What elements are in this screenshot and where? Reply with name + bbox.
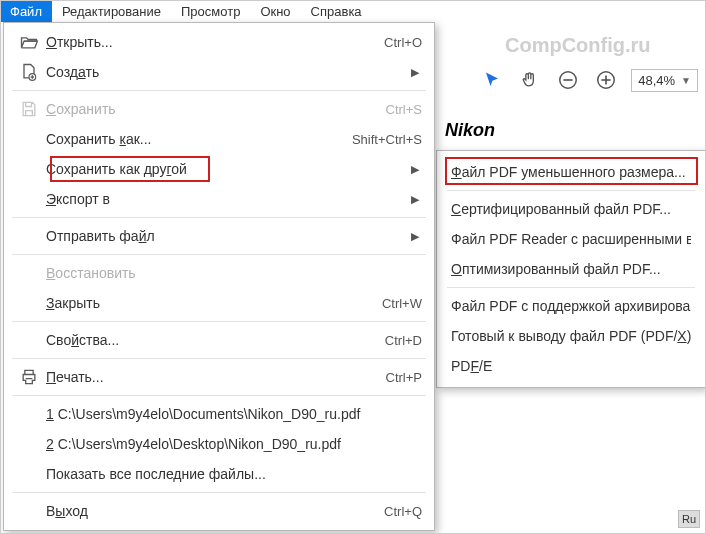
submenu-arrow-icon: ▶ bbox=[408, 230, 422, 243]
shortcut: Ctrl+W bbox=[382, 296, 422, 311]
menubar: Файл Редактирование Просмотр Окно Справк… bbox=[0, 0, 706, 22]
menu-item-label: PDF/E bbox=[451, 358, 691, 374]
blank-icon bbox=[12, 496, 46, 526]
submenu-pdfe[interactable]: PDF/E bbox=[437, 351, 705, 381]
menu-separator bbox=[12, 395, 426, 396]
submenu-archive-pdf[interactable]: Файл PDF с поддержкой архивирования bbox=[437, 291, 705, 321]
file-properties[interactable]: Свойства... Ctrl+D bbox=[4, 325, 434, 355]
blank-icon bbox=[12, 288, 46, 318]
menu-item-label: Восстановить bbox=[46, 265, 422, 281]
file-save-as-other[interactable]: Сохранить как другой ▶ bbox=[4, 154, 434, 184]
submenu-arrow-icon: ▶ bbox=[408, 193, 422, 206]
shortcut: Shift+Ctrl+S bbox=[352, 132, 422, 147]
file-exit[interactable]: Выход Ctrl+Q bbox=[4, 496, 434, 526]
submenu-print-ready-pdf[interactable]: Готовый к выводу файл PDF (PDF/X) bbox=[437, 321, 705, 351]
menu-item-label: Сертифицированный файл PDF... bbox=[451, 201, 691, 217]
folder-open-icon bbox=[12, 27, 46, 57]
zoom-value: 48,4% bbox=[638, 73, 675, 88]
file-menu-dropdown: Открыть... Ctrl+O Создать ▶ Сохранить Ct… bbox=[3, 22, 435, 531]
shortcut: Ctrl+Q bbox=[384, 504, 422, 519]
file-close[interactable]: Закрыть Ctrl+W bbox=[4, 288, 434, 318]
menu-item-label: Файл PDF Reader с расширенными возможнос… bbox=[451, 231, 691, 247]
blank-icon bbox=[12, 221, 46, 251]
menu-separator bbox=[12, 492, 426, 493]
menu-separator bbox=[12, 358, 426, 359]
shortcut: Ctrl+D bbox=[385, 333, 422, 348]
menu-item-label: Открыть... bbox=[46, 34, 384, 50]
document-add-icon bbox=[12, 57, 46, 87]
menu-window[interactable]: Окно bbox=[250, 0, 300, 22]
chevron-down-icon: ▼ bbox=[681, 75, 691, 86]
menu-item-label: Сохранить как другой bbox=[46, 161, 402, 177]
file-save-as[interactable]: Сохранить как... Shift+Ctrl+S bbox=[4, 124, 434, 154]
zoom-out-icon[interactable] bbox=[555, 67, 581, 93]
blank-icon bbox=[12, 459, 46, 489]
menu-separator bbox=[447, 287, 695, 288]
watermark-text: CompConfig.ru bbox=[505, 34, 651, 57]
shortcut: Ctrl+O bbox=[384, 35, 422, 50]
menu-item-label: Отправить файл bbox=[46, 228, 402, 244]
menu-item-label: Файл PDF с поддержкой архивирования bbox=[451, 298, 691, 314]
menu-item-label: 1 C:\Users\m9y4elo\Documents\Nikon_D90_r… bbox=[46, 406, 422, 422]
blank-icon bbox=[12, 399, 46, 429]
menu-item-label: Создать bbox=[46, 64, 402, 80]
blank-icon bbox=[12, 325, 46, 355]
file-revert: Восстановить bbox=[4, 258, 434, 288]
menu-item-label: Сохранить как... bbox=[46, 131, 352, 147]
submenu-optimized-pdf[interactable]: Оптимизированный файл PDF... bbox=[437, 254, 705, 284]
menu-item-label: Закрыть bbox=[46, 295, 382, 311]
menu-separator bbox=[12, 254, 426, 255]
menu-view[interactable]: Просмотр bbox=[171, 0, 250, 22]
shortcut: Ctrl+S bbox=[386, 102, 422, 117]
menu-item-label: Файл PDF уменьшенного размера... bbox=[451, 164, 691, 180]
menu-help[interactable]: Справка bbox=[301, 0, 372, 22]
blank-icon bbox=[12, 429, 46, 459]
submenu-certified-pdf[interactable]: Сертифицированный файл PDF... bbox=[437, 194, 705, 224]
menu-item-label: Выход bbox=[46, 503, 384, 519]
hand-icon[interactable] bbox=[517, 67, 543, 93]
menu-file[interactable]: Файл bbox=[0, 0, 52, 22]
submenu-arrow-icon: ▶ bbox=[408, 66, 422, 79]
menu-item-label: Экспорт в bbox=[46, 191, 402, 207]
menu-separator bbox=[12, 90, 426, 91]
menu-item-label: Показать все последние файлы... bbox=[46, 466, 422, 482]
file-save: Сохранить Ctrl+S bbox=[4, 94, 434, 124]
blank-icon bbox=[12, 258, 46, 288]
shortcut: Ctrl+P bbox=[386, 370, 422, 385]
file-show-recent[interactable]: Показать все последние файлы... bbox=[4, 459, 434, 489]
submenu-arrow-icon: ▶ bbox=[408, 163, 422, 176]
menu-item-label: 2 C:\Users\m9y4elo\Desktop\Nikon_D90_ru.… bbox=[46, 436, 422, 452]
document-brand: Nikon bbox=[445, 120, 495, 141]
print-icon bbox=[12, 362, 46, 392]
file-recent-2[interactable]: 2 C:\Users\m9y4elo\Desktop\Nikon_D90_ru.… bbox=[4, 429, 434, 459]
menu-item-label: Готовый к выводу файл PDF (PDF/X) bbox=[451, 328, 691, 344]
menu-separator bbox=[12, 217, 426, 218]
menu-item-label: Оптимизированный файл PDF... bbox=[451, 261, 691, 277]
toolbar: 48,4% ▼ bbox=[479, 60, 698, 100]
file-create[interactable]: Создать ▶ bbox=[4, 57, 434, 87]
save-as-other-submenu: Файл PDF уменьшенного размера... Сертифи… bbox=[436, 150, 706, 388]
save-icon bbox=[12, 94, 46, 124]
menu-separator bbox=[447, 190, 695, 191]
file-recent-1[interactable]: 1 C:\Users\m9y4elo\Documents\Nikon_D90_r… bbox=[4, 399, 434, 429]
menu-item-label: Свойства... bbox=[46, 332, 385, 348]
submenu-reduced-size-pdf[interactable]: Файл PDF уменьшенного размера... bbox=[437, 157, 705, 187]
submenu-reader-extended-pdf[interactable]: Файл PDF Reader с расширенными возможнос… bbox=[437, 224, 705, 254]
file-send[interactable]: Отправить файл ▶ bbox=[4, 221, 434, 251]
blank-icon bbox=[12, 154, 46, 184]
file-export[interactable]: Экспорт в ▶ bbox=[4, 184, 434, 214]
cursor-icon[interactable] bbox=[479, 67, 505, 93]
file-print[interactable]: Печать... Ctrl+P bbox=[4, 362, 434, 392]
language-badge: Ru bbox=[678, 510, 700, 528]
menu-separator bbox=[12, 321, 426, 322]
blank-icon bbox=[12, 184, 46, 214]
zoom-level-select[interactable]: 48,4% ▼ bbox=[631, 69, 698, 92]
file-open[interactable]: Открыть... Ctrl+O bbox=[4, 27, 434, 57]
menu-edit[interactable]: Редактирование bbox=[52, 0, 171, 22]
menu-item-label: Сохранить bbox=[46, 101, 386, 117]
menu-item-label: Печать... bbox=[46, 369, 386, 385]
zoom-in-icon[interactable] bbox=[593, 67, 619, 93]
blank-icon bbox=[12, 124, 46, 154]
